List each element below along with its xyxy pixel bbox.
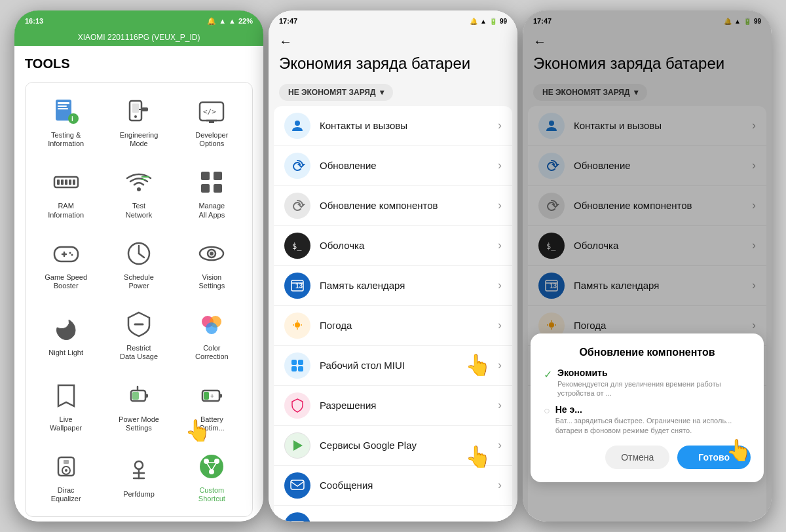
svg-rect-82 <box>298 366 303 371</box>
tool-perfdump[interactable]: Perfdump <box>103 443 174 511</box>
svg-text:i: i <box>71 115 73 123</box>
app-item-contacts[interactable]: Контакты и вызовы › <box>274 106 512 146</box>
app-item-weather[interactable]: Погода › <box>274 306 512 346</box>
app-item-messages[interactable]: Сообщения › <box>274 466 512 506</box>
tool-vision-label: VisionSettings <box>198 273 225 290</box>
tool-game-label: Game SpeedBooster <box>45 273 87 290</box>
phone-1: 16:13 🔔 ▲ ▲ 22% XIAOMI 2201116PG (VEUX_P… <box>14 10 263 522</box>
app-chevron-contacts: › <box>498 119 502 132</box>
svg-point-4 <box>68 113 79 124</box>
phone-2: 17:47 🔔 ▲ 🔋 99 ← Экономия заряда батареи… <box>269 10 517 522</box>
tool-game-icon <box>50 238 82 269</box>
tool-restrict-icon <box>123 309 155 340</box>
wifi-icon-2: ▲ <box>480 18 487 25</box>
tool-nightlight[interactable]: Night Light <box>31 301 101 369</box>
tool-game[interactable]: Game SpeedBooster <box>31 230 101 298</box>
svg-rect-25 <box>214 172 222 180</box>
svg-rect-81 <box>291 366 297 371</box>
dialog-nosave-label: Не э... <box>555 404 751 415</box>
dialog-save-desc: Рекомендуется для увеличения времени раб… <box>557 379 751 398</box>
filter-label-2: НЕ ЭКОНОМЯТ ЗАРЯД <box>288 88 376 97</box>
filter-btn-2[interactable]: НЕ ЭКОНОМЯТ ЗАРЯД ▾ <box>279 84 393 101</box>
app-item-components[interactable]: Обновление компонентов › <box>274 186 512 226</box>
svg-rect-9 <box>141 107 148 111</box>
app-item-permissions[interactable]: Разрешения › <box>274 386 512 426</box>
tool-dirac[interactable]: DiracEqualizer <box>31 443 101 511</box>
tool-testing-icon: i <box>50 96 82 127</box>
tool-engineering[interactable]: EngineeringMode <box>103 88 174 156</box>
status-bar-2: 17:47 🔔 ▲ 🔋 99 <box>269 10 517 29</box>
tool-ram-label: RAMInformation <box>48 202 84 219</box>
svg-line-35 <box>139 254 144 257</box>
svg-rect-84 <box>291 480 304 489</box>
app-chevron-messages: › <box>498 478 502 492</box>
tool-vision[interactable]: VisionSettings <box>177 230 247 298</box>
tool-apps-icon <box>196 166 227 198</box>
app-icon-update <box>284 153 310 179</box>
app-item-update[interactable]: Обновление › <box>274 146 512 186</box>
app-icon-permissions <box>284 392 310 419</box>
svg-text:$_: $_ <box>292 242 302 251</box>
confirm-button[interactable]: Готово <box>677 446 751 469</box>
tool-restrict[interactable]: RestrictData Usage <box>103 301 174 369</box>
app-name-miui: Рабочий стол MIUI <box>320 360 498 371</box>
svg-rect-14 <box>209 121 214 123</box>
tool-schedule[interactable]: SchedulePower <box>103 230 174 298</box>
tool-color-icon <box>196 309 227 340</box>
notif-icon-2: 🔔 <box>470 18 477 25</box>
svg-point-60 <box>204 459 209 464</box>
app-chevron-components: › <box>498 199 502 212</box>
page-title-2: Экономия заряда батареи <box>269 52 517 81</box>
battery-text-2: 🔋 <box>489 18 497 25</box>
battery-pct-2: 99 <box>500 18 507 25</box>
app-chevron-update: › <box>498 159 502 172</box>
tool-ram[interactable]: RAMInformation <box>31 159 101 227</box>
tool-network[interactable]: TestNetwork <box>103 159 174 227</box>
app-chevron-shell: › <box>498 238 502 252</box>
tool-battopt[interactable]: + BatteryOptim... <box>177 372 247 440</box>
svg-point-42 <box>206 322 217 334</box>
app-chevron-miui: › <box>498 358 502 372</box>
app-name-calendar: Память календаря <box>320 280 498 291</box>
phone-3: 17:47 🔔 ▲ 🔋 99 ← Экономия заряда батареи… <box>523 10 772 522</box>
dialog-option-nosave[interactable]: ○ Не э... Бат... зарядиться быстрее. Огр… <box>544 404 751 435</box>
app-name-update: Обновление <box>320 160 498 171</box>
tool-vision-icon <box>196 238 227 269</box>
app-item-gplay[interactable]: Сервисы Google Play › <box>274 426 512 466</box>
tool-color[interactable]: ColorCorrection <box>177 301 247 369</box>
dialog-check-icon: ✓ <box>544 368 552 381</box>
app-item-shell[interactable]: $_ Оболочка › <box>274 226 512 266</box>
cancel-button[interactable]: Отмена <box>605 446 669 469</box>
tool-engineering-label: EngineeringMode <box>120 131 159 148</box>
tool-livewallpaper[interactable]: LiveWallpaper <box>31 372 101 440</box>
app-icon-cast <box>284 512 310 522</box>
tool-dirac-icon <box>50 451 82 482</box>
tool-apps[interactable]: ManageAll Apps <box>177 159 247 227</box>
svg-rect-1 <box>58 102 69 104</box>
app-item-calendar[interactable]: 13 Память календаря › <box>274 266 512 306</box>
app-chevron-cast: › <box>498 518 502 522</box>
back-btn-2[interactable]: ← <box>279 34 292 49</box>
app-icon-messages <box>284 472 310 499</box>
app-icon-miui <box>284 352 310 379</box>
phone-3-screen: 17:47 🔔 ▲ 🔋 99 ← Экономия заряда батареи… <box>523 10 772 522</box>
app-chevron-permissions: › <box>498 398 502 412</box>
tool-developer[interactable]: </> DeveloperOptions <box>177 88 247 156</box>
svg-point-31 <box>69 252 71 254</box>
svg-marker-83 <box>293 440 303 451</box>
tool-testing-label: Testing &Information <box>48 131 84 148</box>
dialog-option-save[interactable]: ✓ Экономить Рекомендуется для увеличения… <box>544 368 751 398</box>
app-name-cast: Трансляция <box>320 520 498 522</box>
signal-icon: ▲ <box>219 17 226 25</box>
app-item-cast[interactable]: Трансляция › <box>274 506 512 522</box>
tool-network-icon <box>123 166 155 198</box>
tool-powermode[interactable]: Power ModeSettings <box>103 372 174 440</box>
tool-custom[interactable]: CustomShortcut <box>177 443 247 511</box>
svg-point-8 <box>134 115 137 118</box>
app-item-miui[interactable]: Рабочий стол MIUI › <box>274 346 512 386</box>
tool-powermode-label: Power ModeSettings <box>119 415 159 432</box>
tool-dirac-label: DiracEqualizer <box>51 486 81 503</box>
tool-testing[interactable]: i Testing &Information <box>31 88 101 156</box>
time-2: 17:47 <box>279 17 297 25</box>
wifi-icon: ▲ <box>229 17 236 25</box>
